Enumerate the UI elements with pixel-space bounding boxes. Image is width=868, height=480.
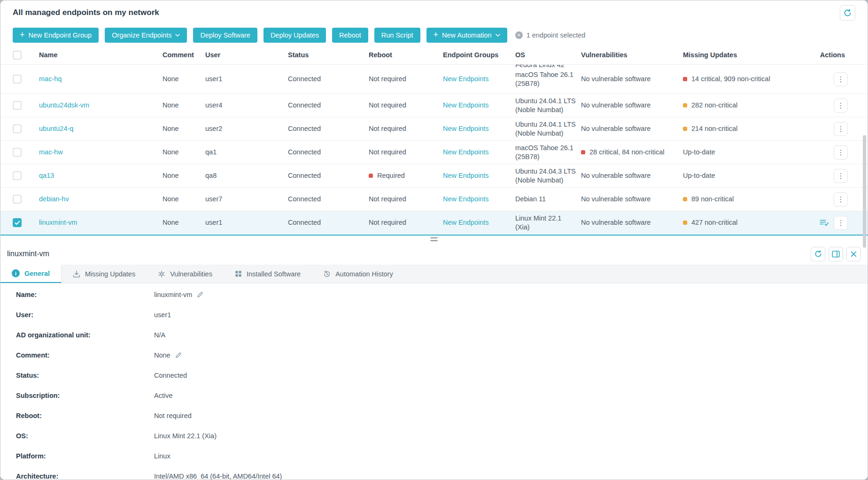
refresh-button[interactable] (840, 5, 855, 21)
endpoint-name-link[interactable]: linuxmint-vm (39, 219, 77, 226)
row-actions-button[interactable]: ⋮ (834, 169, 848, 183)
resize-handle-icon[interactable] (431, 237, 438, 241)
field-value: Active (154, 392, 173, 399)
endpoint-group-link[interactable]: New Endpoints (443, 125, 489, 132)
new-endpoint-group-button[interactable]: + New Endpoint Group (13, 28, 99, 43)
row-checkbox-checked[interactable] (13, 218, 22, 227)
reboot-button[interactable]: Reboot (332, 28, 368, 43)
missing-updates-cell: 14 critical, 909 non-critical (683, 75, 806, 84)
status-cell: Connected (288, 171, 369, 180)
activity-log-icon[interactable] (820, 219, 829, 226)
col-vulnerabilities[interactable]: Vulnerabilities (581, 51, 683, 60)
field-value: Not required (154, 412, 192, 419)
reboot-text: Required (377, 171, 405, 180)
row-actions-button[interactable]: ⋮ (834, 192, 848, 206)
row-checkbox[interactable] (13, 101, 22, 110)
endpoint-name-link[interactable]: mac-hq (39, 75, 62, 83)
table-row[interactable]: ubuntu24-q None user2 Connected Not requ… (0, 117, 868, 141)
tab-general[interactable]: i General (0, 265, 62, 283)
col-missing-updates[interactable]: Missing Updates (683, 51, 806, 60)
selection-note-text: 1 endpoint selected (527, 31, 586, 39)
run-script-button[interactable]: Run Script (374, 28, 420, 43)
panel-resize-strip[interactable] (0, 236, 868, 243)
field-label: OS: (16, 432, 154, 440)
organize-endpoints-button[interactable]: Organize Endpoints (105, 28, 187, 43)
table-row[interactable]: mac-hw None qa1 Connected Not required N… (0, 141, 868, 164)
os-cell: macOS Tahoe 26.1 (25B78) (515, 144, 581, 161)
endpoint-group-link[interactable]: New Endpoints (443, 148, 489, 156)
col-reboot[interactable]: Reboot (369, 51, 443, 60)
check-icon (15, 221, 20, 225)
endpoint-group-link[interactable]: New Endpoints (443, 195, 489, 203)
edit-comment-icon[interactable] (175, 352, 182, 358)
table-row-selected[interactable]: linuxmint-vm None user1 Connected Not re… (0, 211, 868, 235)
endpoint-name-link[interactable]: debian-hv (39, 195, 69, 203)
endpoint-name-link[interactable]: ubuntu24-q (39, 125, 73, 132)
panel-refresh-button[interactable] (811, 247, 825, 261)
col-comment[interactable]: Comment (163, 51, 205, 60)
row-checkbox[interactable] (13, 195, 22, 204)
deploy-software-button[interactable]: Deploy Software (193, 28, 257, 43)
row-checkbox[interactable] (13, 148, 22, 157)
field-value: N/A (154, 331, 165, 339)
col-endpoint-groups[interactable]: Endpoint Groups (443, 51, 515, 60)
endpoint-name-link[interactable]: ubuntu24dsk-vm (39, 101, 89, 109)
endpoint-manager-window: All managed endpoints on my network + Ne… (0, 0, 868, 480)
row-actions-button[interactable]: ⋮ (834, 145, 848, 160)
button-label: New Endpoint Group (29, 31, 92, 39)
endpoint-name-link[interactable]: qa13 (39, 172, 54, 179)
endpoint-group-link[interactable]: New Endpoints (443, 219, 489, 226)
col-os[interactable]: OS (515, 51, 581, 60)
endpoint-group-link[interactable]: New Endpoints (443, 172, 489, 179)
row-actions-button[interactable]: ⋮ (834, 72, 848, 86)
button-label: Reboot (339, 31, 361, 39)
table-row[interactable]: debian-hv None user7 Connected Not requi… (0, 188, 868, 211)
col-user[interactable]: User (205, 51, 288, 60)
field-label: Name: (16, 291, 154, 298)
tab-installed-software[interactable]: Installed Software (224, 265, 312, 283)
row-checkbox[interactable] (13, 75, 22, 84)
table-row[interactable]: mac-hq None user1 Connected Not required… (0, 65, 868, 94)
panel-layout-button[interactable] (829, 247, 843, 261)
row-checkbox[interactable] (13, 171, 22, 180)
field-row: OS: Linux Mint 22.1 (Xia) (16, 426, 868, 446)
tab-vulnerabilities[interactable]: Vulnerabilities (147, 265, 224, 283)
field-row: Reboot: Not required (16, 405, 868, 426)
col-name[interactable]: Name (39, 51, 163, 60)
select-all-checkbox[interactable] (13, 51, 22, 60)
missing-updates-cell: 282 non-critical (683, 101, 806, 110)
missing-updates-text: 282 non-critical (691, 101, 737, 110)
row-actions-button[interactable]: ⋮ (834, 122, 848, 136)
endpoint-name-link[interactable]: mac-hw (39, 148, 63, 156)
row-actions-button[interactable]: ⋮ (834, 216, 848, 230)
detail-panel-buttons (811, 247, 861, 261)
panel-close-button[interactable] (846, 247, 861, 261)
tab-missing-updates[interactable]: Missing Updates (62, 265, 147, 283)
new-automation-button[interactable]: + New Automation (426, 28, 507, 43)
missing-updates-cell: Up-to-date (683, 148, 806, 157)
missing-updates-cell: 89 non-critical (683, 195, 806, 204)
endpoint-group-link[interactable]: New Endpoints (443, 101, 489, 109)
row-checkbox[interactable] (13, 124, 22, 133)
table-scrollbar-thumb[interactable] (863, 135, 866, 248)
col-status[interactable]: Status (288, 51, 369, 60)
missing-updates-text: 14 critical, 909 non-critical (691, 75, 770, 84)
deploy-updates-button[interactable]: Deploy Updates (264, 28, 326, 43)
tab-label: Missing Updates (85, 270, 135, 278)
endpoint-group-link[interactable]: New Endpoints (443, 75, 489, 83)
row-actions-button[interactable]: ⋮ (834, 99, 848, 113)
tab-label: Installed Software (247, 270, 301, 278)
general-tab-content: Name: linuxmint-vm User: user1 AD organi… (0, 283, 868, 480)
field-value: linuxmint-vm (154, 291, 192, 298)
side-panel-icon (832, 251, 840, 258)
button-label: Deploy Updates (271, 31, 319, 39)
missing-updates-cell: 214 non-critical (683, 124, 806, 133)
tab-automation-history[interactable]: Automation History (312, 265, 404, 283)
clear-selection-icon[interactable]: ✕ (515, 31, 523, 39)
table-row[interactable]: ubuntu24dsk-vm None user4 Connected Not … (0, 94, 868, 117)
field-row: Status: Connected (16, 365, 868, 385)
comment-cell: None (163, 171, 205, 180)
edit-name-icon[interactable] (197, 291, 203, 298)
comment-cell: None (163, 218, 205, 227)
table-row[interactable]: qa13 None qa8 Connected Required New End… (0, 164, 868, 188)
